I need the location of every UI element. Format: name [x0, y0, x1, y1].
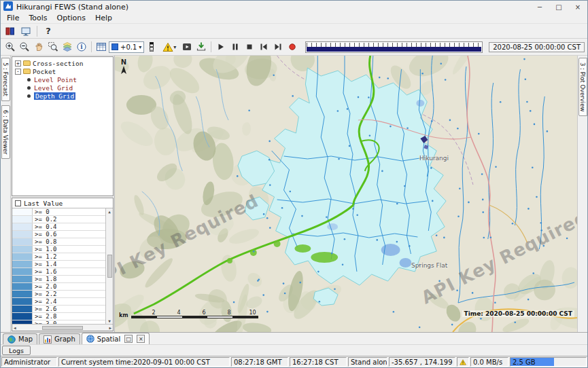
legend-label: >= 0.6 — [33, 231, 57, 238]
stop-button[interactable] — [243, 41, 256, 54]
export-timeseries-button[interactable] — [194, 41, 208, 54]
main-toolbar: ? — [1, 24, 587, 39]
import-data-button[interactable] — [3, 24, 17, 37]
scroll-left-icon[interactable]: ◀ — [14, 325, 16, 330]
scrollbar-thumb[interactable] — [107, 255, 112, 278]
play-button[interactable] — [214, 41, 228, 54]
scroll-right-icon[interactable]: ▶ — [109, 325, 111, 330]
zoom-out-icon — [19, 41, 30, 52]
tree-item-level-point[interactable]: Level Point — [12, 75, 113, 84]
menu-bar: FileToolsOptionsHelp — [1, 13, 587, 24]
status-35-657-174-199: -35.657 , 174.199 — [389, 357, 455, 367]
legend-row: >= 0.6 — [12, 231, 105, 238]
map-time-label: Time: 2020-08-25 00:00:00 CST — [462, 310, 574, 317]
legend-rows: >= 0>= 0.2>= 0.4>= 0.6>= 0.8>= 1.0>= 1.2… — [12, 208, 105, 324]
tree-label: Level Point — [34, 76, 77, 84]
menu-file[interactable]: File — [2, 13, 24, 23]
map-view[interactable]: N API Key Required API Key Required Hiku… — [115, 56, 577, 332]
legend-swatch — [12, 208, 33, 215]
scrollbar-thumb[interactable] — [42, 326, 83, 330]
status-2-5-gb: 2.5 GB — [510, 357, 587, 367]
tree-expander-icon[interactable]: + — [15, 60, 21, 67]
tab-graph[interactable]: Graph — [39, 333, 80, 344]
side-tab-6-data-viewer[interactable]: 6 : Data Viewer — [1, 105, 10, 160]
close-button[interactable]: × — [568, 1, 587, 13]
skip-to-start-button[interactable] — [257, 41, 271, 54]
hand-icon — [33, 41, 44, 52]
side-tab-5-forecast[interactable]: 5 : Forecast — [1, 58, 10, 101]
tab-spatial[interactable]: Spatial □ × — [82, 333, 150, 344]
classbreaks-button[interactable] — [145, 41, 158, 54]
scroll-down-icon[interactable]: ▼ — [108, 318, 111, 323]
graph-icon — [44, 335, 52, 344]
menu-help[interactable]: Help — [90, 13, 117, 23]
interval-combo[interactable]: +0.1 ▾ — [109, 41, 144, 53]
panel-maximize-button[interactable]: □ — [124, 335, 133, 343]
scale-unit-label: km — [119, 312, 128, 318]
info-button[interactable]: i — [75, 41, 88, 54]
zoom-in-icon — [5, 41, 16, 52]
minimize-button[interactable]: ─ — [530, 1, 549, 13]
legend-swatch — [12, 276, 33, 282]
legend-swatch — [12, 291, 33, 297]
panel-close-button[interactable]: × — [137, 335, 145, 343]
tree-item-pocket[interactable]: -Pocket — [12, 67, 113, 75]
download-icon — [196, 41, 207, 52]
tree-item-depth-grid[interactable]: Depth Grid — [12, 92, 113, 100]
bullet-icon — [27, 94, 31, 98]
legend-row: >= 1.8 — [12, 276, 105, 283]
legend-swatch — [12, 238, 33, 245]
last-value-checkbox[interactable] — [15, 200, 21, 206]
time-slider-bar[interactable] — [307, 47, 481, 52]
legend-label: >= 2.6 — [33, 306, 57, 312]
interval-value: +0.1 — [120, 43, 137, 51]
zoom-rectangle-button[interactable] — [46, 41, 60, 54]
legend-header-label: Last Value — [24, 200, 63, 207]
scale-tick-label: 6 — [181, 310, 207, 316]
help-button[interactable]: ? — [41, 24, 55, 37]
legend-swatch — [12, 223, 33, 230]
legend-label: >= 2.8 — [33, 313, 57, 320]
record-button[interactable] — [286, 41, 299, 54]
logs-button[interactable]: Logs — [2, 346, 31, 355]
stop-icon — [244, 41, 255, 52]
warning-dropdown-button[interactable]: ▾ — [159, 41, 179, 54]
legend-vertical-scrollbar[interactable]: ▲ ▼ — [105, 208, 113, 324]
legend-label: >= 1.8 — [33, 276, 57, 282]
menu-tools[interactable]: Tools — [24, 13, 52, 23]
grid-display-button[interactable] — [94, 41, 108, 54]
time-slider[interactable] — [305, 41, 483, 53]
legend-label: >= 1.4 — [33, 261, 57, 268]
legend-label: >= 1.6 — [33, 268, 57, 275]
zoom-in-button[interactable] — [3, 41, 17, 54]
side-tab-3-plot-overview[interactable]: 3 : Plot Overview — [578, 58, 587, 116]
north-label: N — [120, 59, 128, 66]
north-arrow: N — [120, 59, 128, 77]
map-scale-bar: km 246810 — [119, 310, 258, 318]
animation-button[interactable] — [180, 41, 194, 54]
legend-horizontal-scrollbar[interactable]: ◀ ▶ — [12, 324, 113, 331]
folder-icon — [23, 69, 31, 74]
legend-row: >= 1.0 — [12, 246, 105, 253]
record-icon — [287, 41, 298, 52]
tree-item-level-grid[interactable]: Level Grid — [12, 84, 113, 92]
north-arrow-icon — [120, 66, 127, 75]
skip-to-end-button[interactable] — [271, 41, 285, 54]
tree-label: Level Grid — [34, 84, 73, 92]
map-canvas[interactable] — [115, 56, 577, 332]
menu-options[interactable]: Options — [52, 13, 90, 23]
tree-item-cross-section[interactable]: +Cross-section — [12, 59, 113, 67]
pause-button[interactable] — [228, 41, 242, 54]
pan-button[interactable] — [32, 41, 46, 54]
display-config-button[interactable] — [19, 24, 33, 37]
layers-button[interactable] — [60, 41, 74, 54]
legend-row: >= 2.2 — [12, 291, 105, 298]
tree-expander-icon[interactable]: - — [15, 69, 21, 75]
legend-swatch — [12, 298, 33, 305]
grid-icon — [96, 41, 107, 52]
scroll-up-icon[interactable]: ▲ — [108, 209, 111, 214]
maximize-button[interactable]: □ — [549, 1, 568, 13]
chevron-down-icon: ▾ — [139, 44, 141, 50]
tab-map[interactable]: Map — [3, 333, 37, 344]
zoom-out-button[interactable] — [18, 41, 31, 54]
